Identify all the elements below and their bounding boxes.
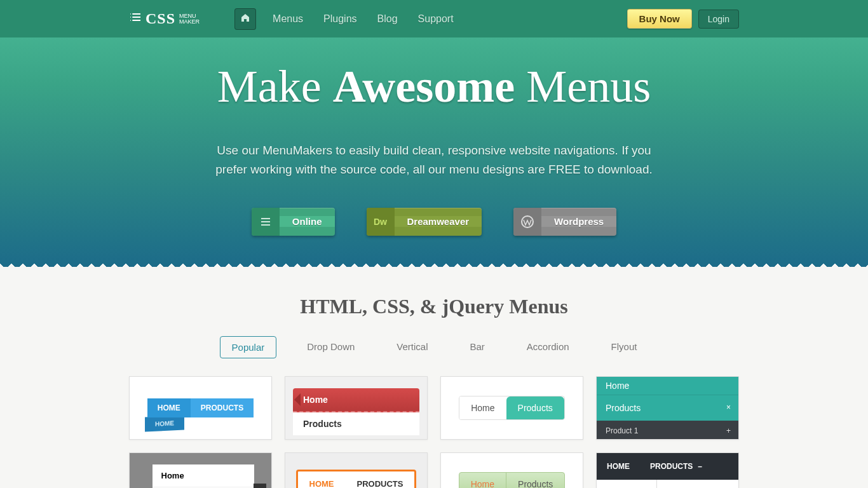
nav-plugins[interactable]: Plugins (313, 8, 367, 30)
demo-nav-item: Products (293, 412, 419, 435)
logo-sub-text: MENU MAKER (179, 13, 200, 25)
menu-card[interactable]: Home Products (440, 376, 583, 440)
menu-grid: HOMEPRODUCTS HOME Home Products Home Pro… (129, 376, 739, 488)
login-button[interactable]: Login (698, 10, 739, 29)
demo-nav-item: HOME (147, 398, 191, 417)
demo-nav-item: Home (459, 396, 506, 419)
menu-card[interactable]: HOMEPRODUCTS HOME (129, 376, 272, 440)
demo-nav-item: Home (153, 464, 254, 487)
filter-tabs: Popular Drop Down Vertical Bar Accordion… (129, 336, 739, 358)
svg-point-4 (131, 16, 133, 18)
svg-rect-7 (261, 221, 270, 222)
demo-nav-item: Products (506, 396, 564, 419)
filter-dropdown[interactable]: Drop Down (295, 336, 366, 358)
menu-card[interactable]: Home Products (440, 452, 583, 488)
svg-point-5 (131, 19, 133, 21)
dreamweaver-button[interactable]: Dw Dreamweaver (367, 208, 482, 236)
section-title: HTML, CSS, & jQuery Menus (129, 295, 739, 318)
nav-home-button[interactable] (234, 8, 256, 30)
demo-nav-item: HOME (145, 415, 184, 431)
filter-bar[interactable]: Bar (459, 336, 496, 358)
filter-flyout[interactable]: Flyout (600, 336, 649, 358)
hero-subtitle: Use our MenuMakers to easily build clean… (212, 141, 656, 180)
filter-vertical[interactable]: Vertical (385, 336, 439, 358)
svg-point-9 (522, 216, 533, 227)
minus-icon: – (698, 462, 702, 471)
demo-nav-item: Home (293, 388, 419, 412)
online-icon (252, 208, 280, 236)
menu-card[interactable]: HOME PRODUCTS (285, 452, 428, 488)
demo-nav-item: PRODUCTS (346, 471, 415, 488)
demo-nav-item: Products (506, 473, 564, 488)
menu-card[interactable]: Home Products (285, 376, 428, 440)
buy-now-button[interactable]: Buy Now (627, 9, 692, 29)
nav-menus[interactable]: Menus (262, 8, 313, 30)
filter-accordion[interactable]: Accordion (515, 336, 581, 358)
header-bar: CSS MENU MAKER Menus Plugins Blog Suppor… (0, 0, 868, 37)
wordpress-icon (513, 208, 541, 236)
menu-card[interactable]: Home Products▸ ◀ (129, 452, 272, 488)
hero-title: Make Awesome Menus (0, 60, 868, 113)
dreamweaver-icon: Dw (367, 208, 395, 236)
dreamweaver-label: Dreamweaver (395, 216, 482, 227)
demo-nav-item: Home (597, 377, 738, 395)
nav-blog[interactable]: Blog (367, 8, 408, 30)
demo-nav-item: PRODUCTS (191, 398, 254, 417)
demo-nav-item: PRODUCTS– (640, 453, 712, 480)
demo-nav-item: Products× (597, 395, 738, 421)
flyout-indicator-icon: ◀ (254, 484, 266, 488)
demo-nav-item: HOME (298, 471, 346, 488)
filter-popular[interactable]: Popular (220, 336, 277, 358)
wordpress-label: Wordpress (541, 216, 616, 227)
main-nav: Menus Plugins Blog Support (234, 8, 464, 30)
demo-nav-item: HOME (597, 453, 640, 480)
online-label: Online (280, 216, 335, 227)
wordpress-button[interactable]: Wordpress (513, 208, 616, 236)
logo-main-text: CSS (146, 10, 175, 27)
plus-icon: + (726, 426, 731, 435)
svg-rect-8 (261, 224, 270, 226)
logo-icon (129, 11, 142, 27)
logo[interactable]: CSS MENU MAKER (129, 10, 200, 27)
content-section: HTML, CSS, & jQuery Menus Popular Drop D… (129, 277, 739, 488)
close-icon: × (726, 403, 731, 412)
online-button[interactable]: Online (252, 208, 335, 236)
zigzag-divider (0, 267, 868, 277)
demo-nav-item: Product 1+ (597, 421, 738, 440)
hero-buttons: Online Dw Dreamweaver Wordpress (0, 208, 868, 236)
demo-nav-item: Product 1 (656, 480, 738, 488)
home-icon (240, 13, 250, 25)
demo-nav-item: Home (459, 473, 506, 488)
svg-point-3 (131, 13, 133, 15)
nav-support[interactable]: Support (408, 8, 464, 30)
hero-section: Make Awesome Menus Use our MenuMakers to… (0, 37, 868, 268)
menu-card[interactable]: HOME PRODUCTS– Product 1 (596, 452, 739, 488)
svg-rect-6 (261, 218, 270, 219)
menu-card[interactable]: Home Products× Product 1+ (596, 376, 739, 440)
